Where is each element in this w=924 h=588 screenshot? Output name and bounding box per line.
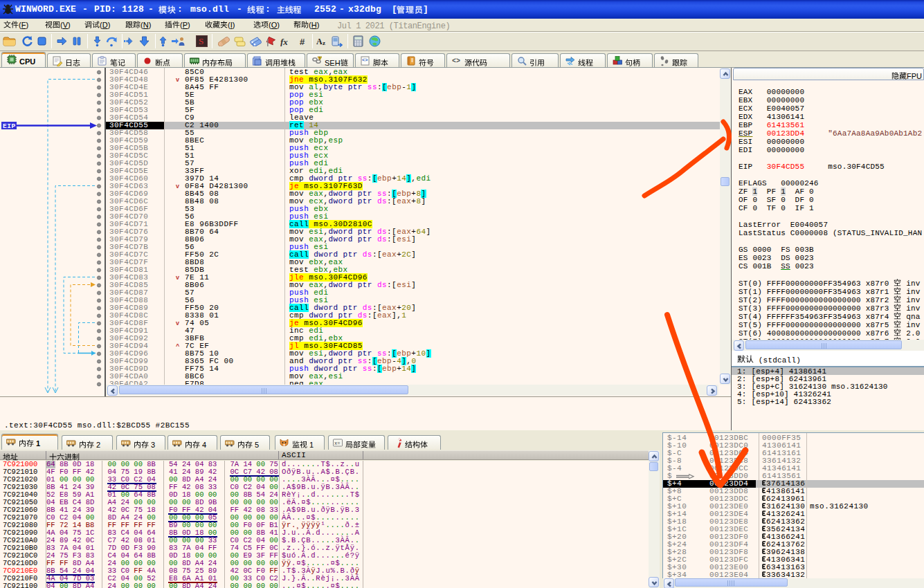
svg-text:fx: fx: [280, 37, 288, 46]
svg-text:<>: <>: [362, 57, 368, 63]
svg-text:EIP: EIP: [3, 122, 16, 130]
svg-text:x=: x=: [334, 441, 340, 446]
svg-text:z: z: [323, 39, 325, 46]
svg-text:<>: <>: [452, 57, 460, 65]
svg-text:#: #: [300, 37, 305, 46]
svg-text:S: S: [199, 36, 203, 46]
svg-text:A: A: [316, 37, 323, 46]
